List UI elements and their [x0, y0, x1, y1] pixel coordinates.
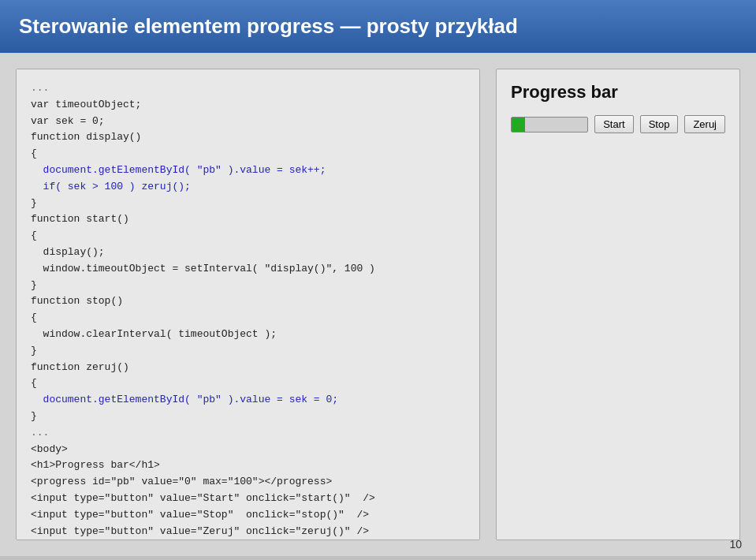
- code-line-12: }: [31, 279, 37, 291]
- code-line-6: if( sek > 100 ) zeruj();: [31, 181, 191, 192]
- code-line-19: document.getElementById( "pb" ).value = …: [31, 394, 338, 405]
- code-line-8: function start(): [31, 213, 129, 225]
- code-line-20: }: [31, 410, 37, 422]
- code-panel: ... var timeoutObject; var sek = 0; func…: [16, 69, 480, 540]
- header: Sterowanie elementem progress — prosty p…: [0, 0, 756, 53]
- code-line-18: {: [31, 377, 37, 389]
- page-number: 10: [729, 538, 742, 551]
- zeruj-button[interactable]: Zeruj: [684, 115, 725, 133]
- progress-bar-wrapper: [511, 117, 588, 133]
- code-line-13: function stop(): [31, 295, 123, 307]
- code-line-11: window.timeoutObject = setInterval( "dis…: [31, 263, 375, 274]
- code-block: ... var timeoutObject; var sek = 0; func…: [31, 80, 465, 540]
- start-button[interactable]: Start: [594, 115, 633, 133]
- code-line-21: <body>: [31, 443, 68, 455]
- code-line-7: }: [31, 197, 37, 209]
- demo-title: Progress bar: [511, 82, 618, 103]
- page-title: Sterowanie elementem progress — prosty p…: [19, 14, 518, 39]
- stop-button[interactable]: Stop: [640, 115, 679, 133]
- code-line-9: {: [31, 230, 37, 241]
- progress-bar-fill: [512, 118, 525, 132]
- code-line-3: function display(): [31, 131, 141, 143]
- code-line-1: var timeoutObject;: [31, 99, 141, 110]
- code-line-16: }: [31, 345, 37, 357]
- code-line-23: <progress id="pb" value="0" max="100"></…: [31, 476, 332, 487]
- code-line-14: {: [31, 312, 37, 323]
- code-line-24: <input type="button" value="Start" oncli…: [31, 492, 375, 504]
- code-line-22: <h1>Progress bar</h1>: [31, 459, 160, 471]
- code-line-26: <input type="button" value="Zeruj" oncli…: [31, 525, 369, 537]
- code-line-15: window.clearInterval( timeoutObject );: [31, 328, 277, 340]
- main-content: ... var timeoutObject; var sek = 0; func…: [0, 53, 756, 556]
- code-line-4: {: [31, 147, 37, 159]
- code-line-comment2: ...: [31, 427, 49, 439]
- code-line-17: function zeruj(): [31, 361, 129, 373]
- code-line-5: document.getElementById( "pb" ).value = …: [31, 164, 326, 176]
- code-line-2: var sek = 0;: [31, 115, 105, 127]
- progress-container: Start Stop Zeruj: [511, 115, 725, 133]
- code-line-10: display();: [31, 246, 105, 258]
- demo-panel: Progress bar Start Stop Zeruj: [496, 69, 740, 540]
- code-line-25: <input type="button" value="Stop" onclic…: [31, 509, 369, 521]
- code-line-comment1: ...: [31, 82, 49, 94]
